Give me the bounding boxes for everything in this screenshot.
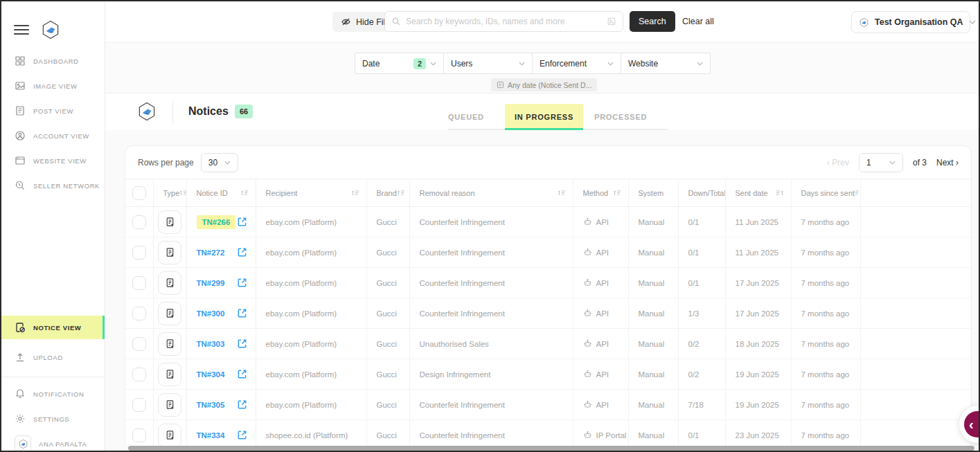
notice-type-button[interactable] (158, 271, 181, 295)
notice-type-button[interactable] (158, 210, 181, 234)
sort-icon[interactable] (855, 189, 860, 197)
notice-type-button[interactable] (158, 332, 181, 356)
notice-icon (15, 322, 26, 333)
clear-all-link[interactable]: Clear all (682, 17, 714, 26)
days-since-sent-cell: 7 months ago (791, 298, 860, 329)
page-count-label: of 3 (913, 158, 927, 168)
row-checkbox[interactable] (132, 307, 146, 320)
column-header-notice-id[interactable]: Notice ID (197, 189, 228, 197)
table-row[interactable]: TN#300 ebay.com (Platform) Gucci Counter… (125, 298, 971, 329)
sidebar-item-account-view[interactable]: Account View (1, 123, 105, 148)
notice-id-link[interactable]: TN#300 (197, 309, 225, 318)
table-row[interactable]: TN#272 ebay.com (Platform) Gucci Counter… (125, 237, 971, 268)
select-all-checkbox[interactable] (132, 186, 146, 200)
sort-icon[interactable] (351, 189, 359, 197)
rows-per-page-select[interactable]: 30 (201, 153, 238, 172)
notice-id-link[interactable]: TN#272 (197, 248, 225, 257)
notice-id-link[interactable]: TN#266 (197, 215, 236, 229)
filter-dropdown-enforcement[interactable]: Enforcement (533, 53, 621, 73)
tab-processed[interactable]: Processed (594, 104, 647, 130)
table-row[interactable]: TN#299 ebay.com (Platform) Gucci Counter… (125, 268, 971, 298)
external-link-icon[interactable] (237, 278, 247, 288)
prev-page-button[interactable]: ‹ Prev (827, 158, 849, 168)
sort-icon[interactable] (613, 189, 621, 197)
column-header-sent-date[interactable]: Sent date (736, 189, 768, 197)
row-checkbox[interactable] (132, 398, 146, 412)
notice-id-link[interactable]: TN#334 (197, 431, 225, 440)
search-button[interactable]: Search (630, 11, 675, 32)
hamburger-menu-icon[interactable] (14, 22, 29, 37)
image-search-icon[interactable] (607, 17, 616, 26)
notice-id-link[interactable]: TN#304 (197, 370, 225, 379)
table-row[interactable]: TN#303 ebay.com (Platform) Gucci Unautho… (125, 329, 971, 359)
sidebar-item-user[interactable]: Ana Paralta (1, 431, 105, 452)
tab-in-progress[interactable]: In Progress (505, 104, 583, 130)
sidebar-item-settings[interactable]: Settings (1, 406, 105, 431)
external-link-icon[interactable] (237, 217, 247, 227)
notice-type-button[interactable] (158, 302, 181, 325)
column-header-down-total[interactable]: Down/Total (688, 189, 726, 197)
sidebar-item-notice-view[interactable]: Notice View (1, 316, 105, 339)
notice-type-button[interactable] (158, 424, 181, 447)
sidebar-item-label: Notification (33, 390, 84, 398)
page-select[interactable]: 1 (859, 153, 903, 172)
active-filter-chip[interactable]: Any date (Notice Sent D... (491, 78, 597, 91)
search-input[interactable] (406, 17, 602, 26)
column-header-system[interactable]: System (639, 189, 664, 197)
table-row[interactable]: TN#304 ebay.com (Platform) Gucci Design … (125, 359, 971, 390)
sidebar-item-dashboard[interactable]: Dashboard (1, 48, 105, 73)
sort-icon[interactable] (776, 189, 784, 197)
external-link-icon[interactable] (237, 308, 247, 318)
column-header-removal-reason[interactable]: Removal reason (420, 189, 475, 197)
external-link-icon[interactable] (237, 399, 247, 410)
filter-dropdown-website[interactable]: Website (621, 53, 710, 73)
notice-type-button[interactable] (158, 393, 181, 417)
row-checkbox[interactable] (132, 368, 146, 381)
sidebar-item-image-view[interactable]: Image View (1, 73, 105, 98)
system-cell: Manual (628, 420, 678, 450)
external-link-icon[interactable] (237, 369, 247, 379)
sidebar-item-website-view[interactable]: Website View (1, 148, 105, 173)
notice-id-link[interactable]: TN#299 (197, 279, 225, 287)
filter-dropdown-users[interactable]: Users (444, 53, 533, 73)
table-row[interactable]: TN#266 ebay.com (Platform) Gucci Counter… (125, 207, 971, 237)
sort-icon[interactable] (240, 189, 249, 197)
notice-type-button[interactable] (158, 241, 181, 264)
next-page-button[interactable]: Next › (936, 158, 959, 168)
row-checkbox[interactable] (132, 246, 146, 260)
column-header-days-since-sent[interactable]: Days since sent (801, 189, 855, 197)
filter-dropdown-date[interactable]: Date 2 (355, 53, 444, 73)
column-header-method[interactable]: Method (583, 189, 609, 197)
external-link-icon[interactable] (237, 247, 247, 257)
sidebar-item-post-view[interactable]: Post View (1, 98, 105, 123)
tab-queued[interactable]: Queued (448, 104, 484, 130)
row-checkbox[interactable] (132, 337, 146, 351)
chevron-down-icon (224, 161, 231, 165)
table-row[interactable]: TN#305 ebay.com (Platform) Gucci Counter… (125, 390, 971, 420)
notice-id-link[interactable]: TN#305 (197, 401, 225, 409)
notice-id-link[interactable]: TN#303 (197, 340, 225, 348)
external-link-icon[interactable] (237, 430, 247, 440)
sent-date-cell: 18 Jun 2025 (725, 329, 791, 359)
organisation-selector[interactable]: Test Organisation QA (851, 11, 970, 33)
external-link-icon[interactable] (237, 338, 247, 349)
column-header-brand[interactable]: Brand (377, 189, 397, 197)
brand-logo-icon[interactable] (40, 19, 61, 40)
sort-icon[interactable] (397, 189, 405, 197)
column-header-recipient[interactable]: Recipient (266, 189, 298, 197)
sort-icon[interactable] (179, 189, 186, 197)
notice-type-button[interactable] (158, 363, 181, 386)
sidebar-item-notification[interactable]: Notification (1, 381, 105, 406)
sort-icon[interactable] (558, 189, 566, 197)
receipt-icon (165, 369, 175, 379)
horizontal-scrollbar[interactable] (128, 446, 974, 451)
sidebar-item-upload[interactable]: Upload (1, 345, 105, 370)
column-header-type[interactable]: Type (163, 189, 180, 197)
row-checkbox[interactable] (132, 428, 146, 442)
row-checkbox[interactable] (132, 215, 146, 229)
row-checkbox[interactable] (132, 276, 146, 290)
removal-reason-cell: Counterfeit Infringement (409, 237, 573, 268)
method-label: API (596, 248, 609, 257)
table-row[interactable]: TN#334 shopee.co.id (Platform) Gucci Cou… (125, 420, 971, 450)
sidebar-item-seller-network[interactable]: Seller Network (1, 173, 105, 198)
